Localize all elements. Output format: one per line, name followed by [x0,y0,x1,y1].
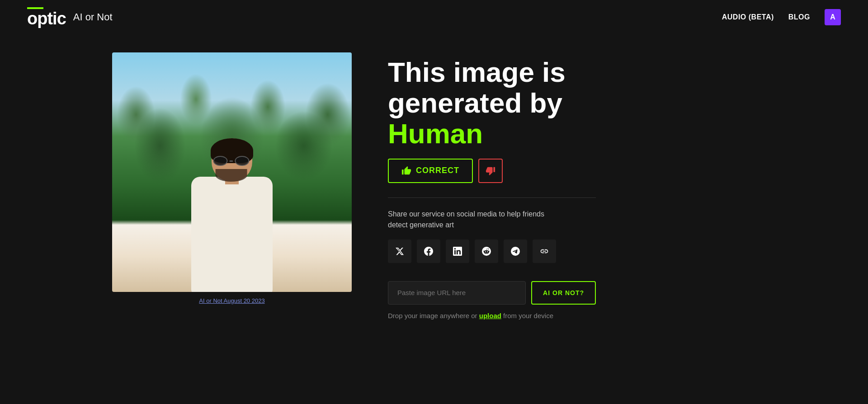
nav-audio[interactable]: AUDIO (BETA) [722,13,774,21]
app-name: AI or Not [73,11,113,23]
result-heading-line2: generated by [388,87,562,118]
facebook-icon [424,247,433,256]
header: optic AI or Not AUDIO (BETA) BLOG A [0,0,868,34]
verdict-buttons: CORRECT [388,159,596,183]
logo-area: optic AI or Not [27,7,113,27]
image-canvas [112,52,352,292]
person-glasses [213,155,249,166]
incorrect-button[interactable] [478,159,503,183]
share-telegram-button[interactable] [504,240,527,263]
nav-blog[interactable]: BLOG [788,13,810,21]
drop-text: Drop your image anywhere or upload from … [388,312,596,319]
user-avatar[interactable]: A [825,9,841,25]
share-copy-link-button[interactable] [533,240,556,263]
glass-lens-left [213,156,227,166]
share-text: Share our service on social media to hel… [388,209,596,230]
link-icon [540,247,549,256]
social-buttons [388,240,596,263]
image-caption-link[interactable]: AI or Not August 20 2023 [199,297,264,304]
result-heading-result: Human [388,118,483,149]
reddit-icon [482,247,491,256]
image-section: AI or Not August 20 2023 [112,52,352,305]
main-image [112,52,352,292]
main-content: AI or Not August 20 2023 This image is g… [0,34,868,338]
share-twitter-button[interactable] [388,240,411,263]
upload-link[interactable]: upload [479,312,501,319]
logo-name: optic [27,10,66,27]
thumbs-down-icon [486,166,495,176]
result-heading: This image is generated by Human [388,57,596,150]
share-linkedin-button[interactable] [446,240,469,263]
url-input[interactable] [388,281,526,305]
analyze-button[interactable]: AI OR NOT? [531,281,596,305]
person-body [191,177,273,292]
result-section: This image is generated by Human CORRECT… [388,52,596,319]
person-head [212,138,252,181]
share-facebook-button[interactable] [417,240,440,263]
correct-label: CORRECT [416,166,459,175]
url-section: AI OR NOT? [388,281,596,305]
glass-bridge [230,160,233,162]
result-heading-line1: This image is [388,56,566,88]
drop-text-prefix: Drop your image anywhere or [388,312,479,319]
divider [388,197,596,198]
person-beard [216,169,247,182]
thumbs-up-icon [401,166,411,176]
twitter-icon [395,247,404,256]
share-text-line2: detect generative art [388,221,454,229]
image-caption: AI or Not August 20 2023 [112,296,352,305]
glass-lens-right [235,156,249,166]
drop-text-suffix: from your device [501,312,553,319]
linkedin-icon [453,247,462,256]
share-text-line1: Share our service on social media to hel… [388,210,544,218]
share-reddit-button[interactable] [475,240,498,263]
correct-button[interactable]: CORRECT [388,159,473,183]
logo-optic: optic [27,7,66,27]
nav: AUDIO (BETA) BLOG A [722,9,841,25]
telegram-icon [511,247,520,256]
person-silhouette [173,138,291,292]
